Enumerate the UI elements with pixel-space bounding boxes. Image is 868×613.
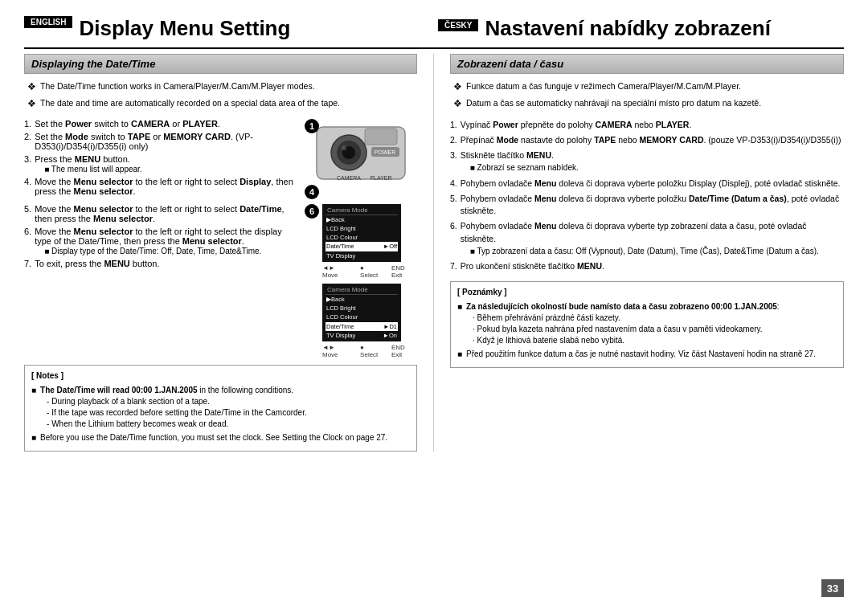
svg-point-4	[342, 145, 346, 150]
step-7: 7. To exit, press the MENU button.	[24, 259, 298, 268]
left-steps-area: 1. Set the Power switch to CAMERA or PLA…	[24, 119, 417, 199]
right-column: Zobrazení data / času ❖ Funkce datum a č…	[434, 54, 844, 452]
step-5: 5. Move the Menu selector to the left or…	[24, 204, 298, 223]
left-section-heading: Displaying the Date/Time	[24, 54, 417, 74]
camera-image-area: 1 CAMERA	[305, 119, 417, 199]
cz-note-2: ■ Před použitím funkce datum a čas je nu…	[457, 349, 837, 360]
cz-step-1: 1. Vypínač Power přepněte do polohy CAME…	[450, 119, 844, 131]
note-2: ■ Before you use the Date/Time function,…	[31, 432, 410, 443]
cz-note-1: ■ Za následujících okolností bude namíst…	[457, 301, 837, 346]
lang-badge-czech: ČESKY	[438, 19, 478, 31]
step-4: 4. Move the Menu selector to the left or…	[24, 177, 298, 196]
right-bullets: ❖ Funkce datum a čas funguje v režimech …	[450, 80, 844, 111]
left-column: Displaying the Date/Time ❖ The Date/Time…	[24, 54, 434, 452]
left-steps-lower: 5. Move the Menu selector to the left or…	[24, 204, 417, 359]
cz-step-6: 6. Pohybem ovladače Menu doleva či dopra…	[450, 220, 844, 257]
right-bullet-1: ❖ Funkce datum a čas funguje v režimech …	[453, 80, 844, 94]
step-6: 6. Move the Menu selector to the left or…	[24, 227, 298, 255]
camera-illustration: 1 CAMERA	[305, 119, 417, 187]
note-1: ■ The Date/Time will read 00:00 1.JAN.20…	[31, 385, 410, 430]
page: ENGLISH Display Menu Setting ČESKY Nasta…	[0, 0, 868, 613]
step-circle-1: 1	[305, 119, 319, 133]
step-circle-4: 4	[305, 185, 319, 199]
menu-screens-area: 6 Camera Mode ▶Back LCD Bright LCD Colou…	[305, 204, 417, 359]
nav-footer-1: ◄► Move● SelectEND Exit	[322, 264, 417, 279]
steps-5-7: 5. Move the Menu selector to the left or…	[24, 204, 298, 359]
left-bullet-2: ❖ The date and time are automatically re…	[27, 97, 417, 111]
step-3: 3. Press the MENU button.■ The menu list…	[24, 154, 298, 174]
right-steps: 1. Vypínač Power přepněte do polohy CAME…	[450, 119, 844, 273]
menu-screen-1: Camera Mode ▶Back LCD Bright LCD Colour …	[322, 204, 417, 279]
menu-screen-2: Camera Mode ▶Back LCD Bright LCD Colour …	[322, 284, 417, 358]
right-notes: [ Poznámky ] ■ Za následujících okolnost…	[450, 281, 844, 368]
svg-text:PLAYER: PLAYER	[370, 175, 391, 181]
step-1: 1. Set the Power switch to CAMERA or PLA…	[24, 119, 298, 129]
left-notes: [ Notes ] ■ The Date/Time will read 00:0…	[24, 365, 417, 452]
page-header: ENGLISH Display Menu Setting ČESKY Nasta…	[24, 16, 844, 41]
svg-text:CAMERA: CAMERA	[337, 175, 361, 181]
right-section-heading: Zobrazení data / času	[450, 54, 844, 74]
step-2: 2. Set the Mode switch to TAPE or MEMORY…	[24, 132, 298, 151]
lang-badge-english: ENGLISH	[24, 16, 72, 28]
cz-step-4: 4. Pohybem ovladače Menu doleva či dopra…	[450, 178, 844, 190]
cz-step-3: 3. Stiskněte tlačítko MENU. ■ Zobrazí se…	[450, 149, 844, 174]
left-steps: 1. Set the Power switch to CAMERA or PLA…	[24, 119, 298, 199]
cz-step-2: 2. Přepínač Mode nastavte do polohy TAPE…	[450, 134, 844, 146]
cz-step-5: 5. Pohybem ovladače Menu doleva či dopra…	[450, 193, 844, 217]
nav-footer-2: ◄► Move● SelectEND Exit	[322, 344, 417, 358]
cz-step-7: 7. Pro ukončení stiskněte tlačítko MENU.	[450, 260, 844, 272]
svg-rect-5	[365, 129, 397, 145]
page-number: 33	[821, 579, 844, 597]
left-bullet-1: ❖ The Date/Time function works in Camera…	[27, 80, 417, 94]
camera-svg: CAMERA PLAYER POWER	[309, 119, 413, 187]
svg-text:POWER: POWER	[375, 149, 395, 155]
step-circle-6: 6	[305, 204, 319, 219]
right-bullet-2: ❖ Datum a čas se automaticky nahrávají n…	[453, 97, 844, 111]
page-title-english: Display Menu Setting	[79, 16, 290, 41]
left-bullets: ❖ The Date/Time function works in Camera…	[24, 80, 417, 111]
page-title-czech: Nastavení nabídky zobrazení	[485, 16, 770, 41]
